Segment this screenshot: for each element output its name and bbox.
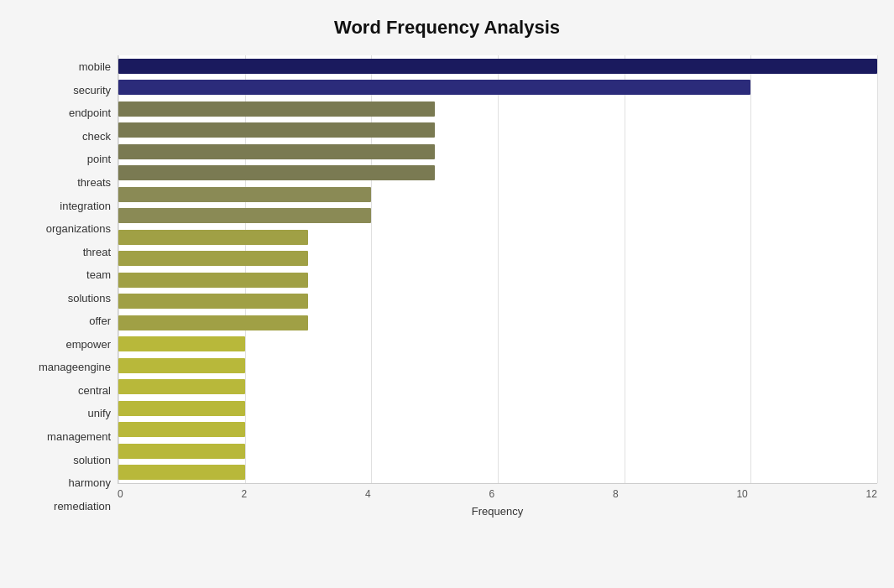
bar (118, 122, 435, 138)
bar (118, 444, 245, 459)
bar-row (118, 356, 877, 375)
bar-row (118, 185, 877, 204)
bar (118, 336, 245, 351)
grid-line (625, 55, 625, 483)
y-label: central (78, 381, 111, 399)
bar-row (118, 271, 877, 289)
x-tick: 2 (241, 488, 247, 500)
y-label: integration (60, 196, 111, 215)
bars-container (118, 55, 877, 484)
y-label: solutions (68, 289, 111, 307)
x-axis-label: Frequency (118, 505, 877, 518)
bar (118, 208, 371, 223)
x-tick: 4 (365, 488, 371, 500)
grid-line (750, 55, 751, 483)
bar (118, 230, 308, 245)
bar-row (118, 442, 877, 461)
bar-row (118, 164, 877, 182)
bar-row (118, 420, 877, 439)
chart-container: Word Frequency Analysis mobilesecurityen… (0, 0, 894, 588)
bar (118, 59, 877, 74)
y-label: management (47, 428, 111, 446)
bar (118, 315, 308, 330)
y-label: offer (89, 312, 111, 330)
bar (118, 144, 435, 159)
y-label: unify (88, 404, 111, 423)
bar (118, 294, 308, 309)
y-label: solution (73, 450, 111, 469)
bar (118, 80, 750, 95)
x-tick: 0 (118, 488, 123, 500)
chart-title: Word Frequency Analysis (17, 17, 877, 39)
chart-area: mobilesecurityendpointcheckpointthreatsi… (17, 55, 877, 518)
y-label: endpoint (69, 104, 111, 122)
y-label: harmony (68, 474, 111, 492)
y-label: mobile (79, 58, 111, 76)
grid-line (498, 55, 499, 483)
bar-row (118, 249, 877, 268)
bar-row (118, 314, 877, 332)
y-label: remediation (54, 497, 111, 515)
bar (118, 401, 245, 416)
y-label: manageengine (39, 358, 111, 377)
bar (118, 187, 371, 202)
y-label: organizations (46, 220, 111, 238)
grid-line (118, 55, 119, 483)
bar (118, 465, 245, 480)
bar (118, 422, 245, 437)
bar-row (118, 121, 877, 139)
y-axis: mobilesecurityendpointcheckpointthreatsi… (17, 55, 118, 518)
bar-row (118, 463, 877, 481)
bar-row (118, 206, 877, 225)
bar-row (118, 399, 877, 418)
y-label: team (86, 266, 111, 284)
x-tick: 12 (866, 488, 877, 500)
y-label: empower (66, 335, 111, 353)
bar-row (118, 57, 877, 75)
bar (118, 358, 245, 373)
y-label: check (82, 127, 111, 145)
bar-row (118, 100, 877, 118)
bar (118, 379, 245, 394)
bar-row (118, 377, 877, 396)
bar (118, 101, 435, 117)
grid-line (877, 55, 878, 483)
y-label: point (87, 150, 111, 169)
bar-row (118, 78, 877, 96)
bar (118, 251, 308, 266)
bar-row (118, 143, 877, 161)
bar-row (118, 228, 877, 247)
x-tick: 6 (489, 488, 494, 500)
grid-line (371, 55, 372, 483)
bar (118, 165, 435, 180)
y-label: threats (77, 174, 111, 192)
x-axis-wrapper: 024681012 Frequency (118, 484, 877, 518)
bar-row (118, 335, 877, 353)
x-tick: 8 (613, 488, 619, 500)
y-label: threat (83, 242, 111, 261)
y-label: security (73, 81, 111, 99)
bar (118, 273, 308, 288)
bar-row (118, 292, 877, 310)
x-tick: 10 (736, 488, 747, 500)
x-axis: 024681012 (118, 484, 877, 500)
grid-line (245, 55, 246, 483)
